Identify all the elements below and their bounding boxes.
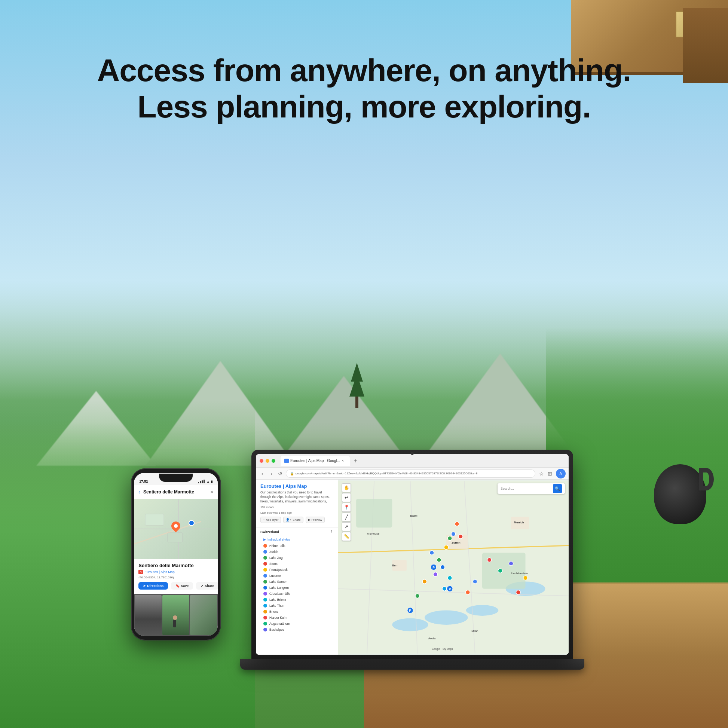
- directions-map-button[interactable]: ↗: [342, 522, 351, 531]
- location-list-item[interactable]: Lake Brienz: [256, 597, 338, 603]
- browser-minimize-dot[interactable]: [266, 459, 269, 463]
- apps-grid-button[interactable]: ⊞: [548, 471, 552, 477]
- individual-styles-item[interactable]: ▶ Individual styles: [256, 536, 338, 543]
- map-tiles-area[interactable]: Zürich Munich Bern Liechtenstein Basel M…: [338, 480, 569, 655]
- location-list-item[interactable]: Brienz: [256, 609, 338, 615]
- kettle: [654, 464, 706, 524]
- save-icon: 🔖: [176, 584, 180, 588]
- map-svg: Zürich Munich Bern Liechtenstein Basel M…: [338, 480, 569, 655]
- layer-options-button[interactable]: ⋮: [330, 530, 333, 534]
- phone-close-button[interactable]: ×: [210, 489, 213, 495]
- location-list-item[interactable]: Lake Thun: [256, 603, 338, 609]
- user-avatar[interactable]: A: [556, 469, 566, 479]
- location-name: Stoos: [269, 562, 278, 566]
- map-actions: + Add layer 👤+ Share ▶ Preview: [260, 517, 333, 523]
- tab-close-button[interactable]: ×: [341, 459, 346, 463]
- phone-back-button[interactable]: ‹: [138, 489, 140, 495]
- location-color-dot: [263, 598, 267, 601]
- location-list-item[interactable]: Augstmatthorn: [256, 621, 338, 627]
- browser-tab-active[interactable]: Euroutes | Alps Map - Googl... ×: [281, 456, 350, 466]
- browser-maximize-dot[interactable]: [272, 459, 275, 463]
- marker-button[interactable]: 📍: [342, 503, 351, 512]
- location-list-item[interactable]: Fronalpstock: [256, 567, 338, 573]
- new-tab-button[interactable]: +: [353, 457, 357, 464]
- signal-bar-4: [203, 480, 205, 483]
- svg-point-38: [442, 587, 447, 591]
- share-button[interactable]: ↗ Share: [196, 582, 218, 590]
- location-list: Rhine FallsZürichLake ZugStoosFronalpsto…: [256, 543, 338, 633]
- map-title: Euroutes | Alps Map: [260, 483, 333, 489]
- share-icon: ↗: [200, 584, 203, 588]
- signal-bar-1: [198, 482, 199, 483]
- svg-text:Bern: Bern: [392, 564, 398, 567]
- svg-text:Zürich: Zürich: [451, 541, 460, 545]
- line-button[interactable]: ╱: [342, 512, 351, 522]
- add-layer-button[interactable]: + Add layer: [260, 517, 281, 523]
- tree: [349, 374, 364, 408]
- location-list-item[interactable]: Harder Kulm: [256, 615, 338, 621]
- location-list-item[interactable]: Rhine Falls: [256, 543, 338, 549]
- browser-tab-bar: Euroutes | Alps Map - Googl... × +: [256, 454, 569, 468]
- individual-styles-icon: ▶: [263, 538, 266, 541]
- undo-button[interactable]: ↩: [342, 493, 351, 502]
- location-name: Lake Zug: [269, 556, 283, 560]
- location-list-item[interactable]: Lake Lungern: [256, 585, 338, 591]
- phone-time: 17:52: [139, 480, 148, 483]
- svg-text:Basel: Basel: [410, 514, 418, 518]
- svg-point-40: [487, 558, 492, 562]
- map-sidebar-header: Euroutes | Alps Map Our best locations t…: [256, 480, 338, 528]
- forward-button[interactable]: ›: [268, 470, 275, 477]
- bookmark-button[interactable]: ☆: [539, 471, 544, 477]
- views-count: 192 views: [260, 505, 274, 509]
- svg-point-36: [433, 572, 438, 577]
- map-search-box[interactable]: Search... 🔍: [497, 483, 565, 494]
- back-button[interactable]: ‹: [259, 470, 266, 477]
- map-views: 192 views: [260, 505, 333, 509]
- preview-button[interactable]: ▶ Preview: [306, 517, 325, 523]
- location-list-item[interactable]: Zürich: [256, 549, 338, 555]
- svg-point-29: [451, 532, 456, 537]
- browser-close-dot[interactable]: [260, 459, 263, 463]
- hand-tool-button[interactable]: ✋: [342, 483, 351, 492]
- refresh-button[interactable]: ↺: [277, 470, 284, 477]
- measure-button[interactable]: 📏: [342, 532, 351, 541]
- location-name: Bachalpse: [269, 628, 284, 632]
- phone-place-name: Sentiero delle Marmotte: [138, 563, 213, 568]
- location-list-item[interactable]: Lucerne: [256, 573, 338, 579]
- laptop-container: Euroutes | Alps Map - Googl... × + ‹ › ↺…: [251, 450, 573, 670]
- location-list-item[interactable]: Giessbachfälle: [256, 591, 338, 597]
- save-button[interactable]: 🔖 Save: [171, 582, 193, 590]
- signal-bar-2: [200, 481, 201, 483]
- map-search-button[interactable]: 🔍: [553, 484, 562, 493]
- svg-point-34: [437, 558, 442, 562]
- photo-thumb-1: [135, 595, 162, 635]
- share-label: Share: [205, 584, 214, 588]
- svg-point-7: [466, 605, 499, 616]
- address-input[interactable]: 🔒 google.com/maps/d/edit?hl=en&mid=11Zee…: [286, 470, 535, 478]
- share-map-button[interactable]: 👤+ Share: [283, 517, 303, 523]
- map-search-placeholder: Search...: [500, 487, 514, 491]
- svg-point-44: [473, 580, 477, 584]
- location-name: Lucerne: [269, 574, 281, 578]
- switzerland-section: Switzerland ⋮ ▶ Individual styles Rhine …: [256, 528, 338, 633]
- location-list-item[interactable]: Bachalpse: [256, 627, 338, 633]
- location-name: Giessbachfälle: [269, 592, 290, 596]
- svg-rect-3: [145, 514, 164, 525]
- phone-header-title: Sentiero delle Marmotte: [143, 489, 207, 494]
- svg-text:Milan: Milan: [471, 630, 478, 633]
- svg-point-42: [509, 561, 513, 566]
- location-list-item[interactable]: Lake Zug: [256, 555, 338, 561]
- directions-button[interactable]: ➤ Directions: [138, 582, 168, 590]
- location-list-item[interactable]: Stoos: [256, 561, 338, 567]
- svg-text:Aosta: Aosta: [428, 637, 436, 640]
- svg-rect-4: [168, 533, 182, 542]
- map-sidebar: Euroutes | Alps Map Our best locations t…: [256, 480, 338, 655]
- page-title: Access from anywhere, on anything. Less …: [75, 52, 653, 125]
- laptop-camera: [411, 452, 414, 455]
- laptop-screen: Euroutes | Alps Map - Googl... × + ‹ › ↺…: [256, 454, 569, 655]
- location-list-item[interactable]: Lake Sarnen: [256, 579, 338, 585]
- svg-text:Google: Google: [432, 648, 440, 651]
- svg-text:Liechtenstein: Liechtenstein: [511, 572, 528, 575]
- svg-text:Munich: Munich: [514, 521, 524, 524]
- phone-source: Euroutes | Alps Map: [144, 570, 174, 574]
